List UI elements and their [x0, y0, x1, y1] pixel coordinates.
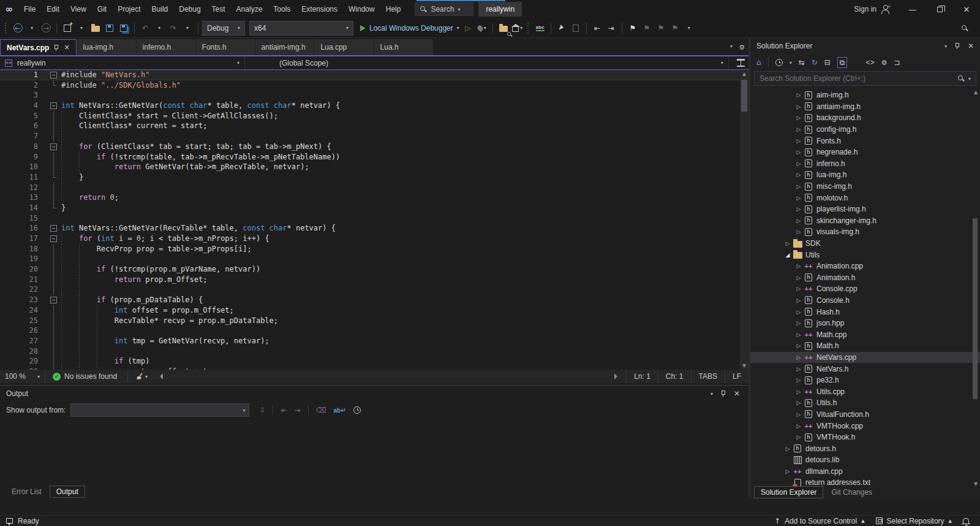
search-options-dropdown[interactable]: ▾ — [968, 76, 971, 82]
code-line-13[interactable]: 13 return 0; — [0, 192, 748, 203]
pin-icon[interactable] — [954, 42, 960, 50]
tree-item-json.hpp[interactable]: ▷hjson.hpp — [750, 318, 980, 329]
collapse-arrow-icon[interactable]: ◢ — [783, 252, 793, 258]
tree-item-lua-img.h[interactable]: ▷hlua-img.h — [750, 169, 980, 181]
code-line-16[interactable]: 16–int NetVars::GetNetVar(RecvTable* tab… — [0, 223, 748, 234]
zoom-select[interactable]: 100 %▾ — [0, 370, 45, 383]
code-line-14[interactable]: 14} — [0, 203, 748, 213]
eol-indicator[interactable]: LF — [725, 370, 748, 383]
expand-arrow-icon[interactable]: ▷ — [794, 172, 804, 178]
tree-item-NetVars.cpp[interactable]: ▷++NetVars.cpp — [750, 352, 980, 364]
sync-with-active-document-icon[interactable]: ⧉ — [837, 57, 848, 68]
tree-scrollbar[interactable]: ▲ ▼ — [971, 90, 979, 487]
code-line-28[interactable]: 28 — [0, 346, 748, 357]
toolbar-grip[interactable] — [527, 23, 530, 34]
switch-views-icon[interactable]: ⌂ — [756, 58, 761, 67]
document-list-dropdown[interactable]: ▾ — [730, 44, 733, 51]
tree-item-molotov.h[interactable]: ▷hmolotov.h — [750, 192, 980, 204]
expand-arrow-icon[interactable]: ▷ — [794, 92, 804, 98]
code-line-19[interactable]: 19 — [0, 254, 748, 264]
tree-item-SDK[interactable]: ▷SDK — [750, 238, 980, 250]
word-wrap-icon[interactable]: ab↵ — [334, 407, 346, 414]
expand-arrow-icon[interactable]: ▷ — [794, 343, 804, 349]
menu-extensions[interactable]: Extensions — [296, 3, 343, 15]
fold-margin[interactable] — [38, 254, 61, 264]
expand-arrow-icon[interactable]: ▷ — [794, 183, 804, 189]
expand-arrow-icon[interactable]: ▷ — [794, 149, 804, 155]
code-line-23[interactable]: 23– if (prop.m_pDataTable) { — [0, 295, 748, 305]
start-without-debugging-button[interactable]: ▷ — [461, 21, 475, 36]
fold-margin[interactable] — [38, 172, 61, 183]
properties-wrench-icon[interactable]: ⚙ — [881, 59, 887, 67]
increase-indent-button[interactable]: ⇥ — [605, 21, 618, 36]
expand-arrow-icon[interactable]: ▷ — [794, 377, 804, 383]
tree-item-Animation.h[interactable]: ▷hAnimation.h — [750, 272, 980, 284]
code-line-24[interactable]: 24 int offset = prop.m_Offset; — [0, 305, 748, 316]
scroll-down-icon[interactable]: ▼ — [971, 481, 980, 487]
split-editor-icon[interactable] — [737, 59, 745, 67]
code-line-4[interactable]: 4–int NetVars::GetNetVar(const char* tab… — [0, 101, 748, 111]
filter-dropdown[interactable]: ▾ — [790, 60, 792, 66]
select-repository-button[interactable]: Select Repository ▲ — [876, 517, 952, 525]
new-project-button[interactable] — [61, 21, 74, 36]
tree-item-visuals-img.h[interactable]: ▷hvisuals-img.h — [750, 226, 980, 238]
expand-arrow-icon[interactable]: ▷ — [794, 309, 804, 315]
scroll-down-icon[interactable]: ▼ — [740, 363, 748, 368]
close-panel-icon[interactable]: ✕ — [968, 42, 974, 50]
fold-margin[interactable]: – — [38, 101, 61, 111]
collapse-all-icon[interactable]: ⊟ — [824, 58, 831, 67]
expand-arrow-icon[interactable]: ▷ — [794, 286, 804, 292]
code-line-1[interactable]: 1–#include "NetVars.h" — [0, 70, 748, 80]
editor-tab-NetVars.cpp[interactable]: NetVars.cpp✕ — [0, 39, 77, 55]
expand-arrow-icon[interactable]: ▷ — [794, 138, 804, 144]
code-line-17[interactable]: 17– for (int i = 0; i < table->m_nProps;… — [0, 234, 748, 244]
expand-arrow-icon[interactable]: ▷ — [794, 218, 804, 224]
start-debugging-button[interactable]: Local Windows Debugger ▾ — [359, 21, 461, 36]
next-bookmark-button[interactable]: ⚑ — [654, 21, 668, 36]
expand-arrow-icon[interactable]: ▷ — [794, 354, 804, 360]
undo-button[interactable]: ↶ — [138, 21, 152, 36]
code-line-8[interactable]: 8– for (ClientClass* tab = start; tab; t… — [0, 142, 748, 152]
goto-message-icon[interactable]: ⇩ — [259, 406, 265, 414]
paste-special-button[interactable] — [569, 21, 582, 36]
scope-dropdown[interactable]: (Global Scope) ▾ — [245, 56, 729, 69]
column-indicator[interactable]: Ch: 1 — [658, 370, 691, 383]
find-in-files-button[interactable] — [497, 21, 510, 36]
close-panel-icon[interactable]: ✕ — [734, 389, 740, 398]
close-button[interactable]: ✕ — [953, 0, 980, 18]
redo-button[interactable]: ↷ — [167, 21, 180, 36]
toggle-bookmark-button[interactable]: ⚑ — [626, 21, 639, 36]
code-cleanup-button[interactable]: ▾ — [135, 369, 149, 384]
expand-arrow-icon[interactable]: ▷ — [794, 297, 804, 303]
menu-debug[interactable]: Debug — [173, 3, 206, 15]
fold-margin[interactable]: – — [38, 223, 61, 234]
expand-arrow-icon[interactable]: ▷ — [794, 389, 804, 395]
scroll-up-icon[interactable]: ▲ — [740, 71, 748, 77]
expand-arrow-icon[interactable]: ▷ — [794, 161, 804, 167]
new-project-dropdown[interactable]: ▾ — [75, 21, 88, 36]
fold-margin[interactable] — [38, 192, 61, 203]
code-line-26[interactable]: 26 — [0, 326, 748, 336]
save-button[interactable] — [103, 21, 116, 36]
tree-item-Utils.h[interactable]: ▷hUtils.h — [750, 397, 980, 409]
tree-item-Math.h[interactable]: ▷hMath.h — [750, 340, 980, 352]
expand-arrow-icon[interactable]: ▷ — [794, 411, 804, 417]
tree-item-skinchanger-img.h[interactable]: ▷hskinchanger-img.h — [750, 215, 980, 227]
tree-item-Console.h[interactable]: ▷hConsole.h — [750, 295, 980, 307]
menu-build[interactable]: Build — [146, 3, 174, 15]
tree-item-detours.h[interactable]: ▷hdetours.h — [750, 443, 980, 454]
menu-window[interactable]: Window — [343, 3, 380, 15]
editor-tab-inferno.h[interactable]: inferno.h — [137, 39, 195, 55]
fold-margin[interactable] — [38, 152, 61, 162]
expand-arrow-icon[interactable]: ▷ — [794, 400, 804, 406]
code-line-18[interactable]: 18 RecvProp prop = table->m_pProps[i]; — [0, 244, 748, 254]
go-to-definition-button[interactable] — [555, 21, 568, 36]
tree-item-Math.cpp[interactable]: ▷++Math.cpp — [750, 329, 980, 340]
navigate-back-dropdown[interactable]: ▾ — [25, 21, 39, 36]
code-line-27[interactable]: 27 int tmp = GetNetVar(recvp, netvar); — [0, 336, 748, 346]
editor-tab-Lua.cpp[interactable]: Lua.cpp — [315, 39, 374, 55]
tree-item-Hash.h[interactable]: ▷hHash.h — [750, 306, 980, 318]
code-line-22[interactable]: 22 — [0, 284, 748, 295]
tree-item-hegrenade.h[interactable]: ▷hhegrenade.h — [750, 147, 980, 158]
editor-tab-lua-img.h[interactable]: lua-img.h — [77, 39, 136, 55]
